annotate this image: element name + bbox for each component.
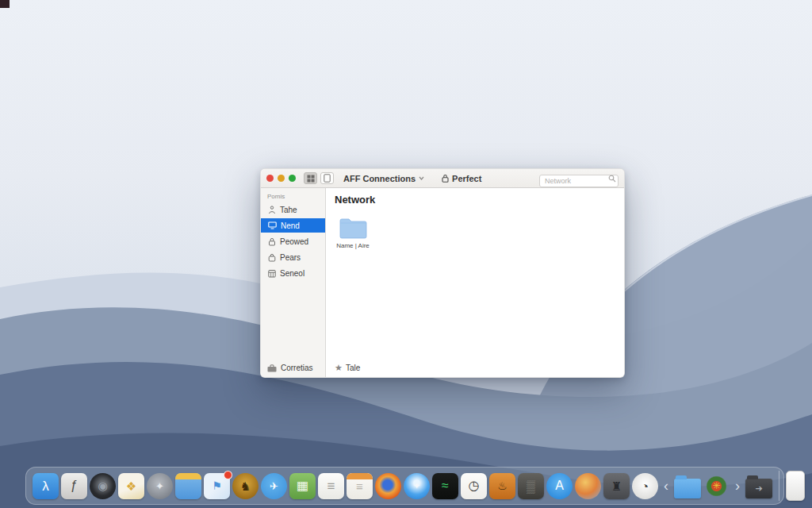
- sidebar-item-seneol[interactable]: Seneol: [261, 266, 325, 280]
- folder-tab: [676, 475, 687, 479]
- app-icon-safari[interactable]: ✦: [404, 473, 430, 499]
- sidebar-footer-label: Corretias: [281, 364, 313, 372]
- content-footer-button[interactable]: ★ Tale: [335, 364, 360, 372]
- window-body: Pomis Tahe Nend Pe: [261, 188, 624, 377]
- search-icon: [608, 175, 616, 183]
- proxy-label: Perfect: [452, 174, 481, 183]
- person-icon: [268, 206, 276, 214]
- chevron-left-icon[interactable]: ‹: [661, 473, 672, 499]
- app-icon-safari-glyph: ✦: [412, 481, 420, 491]
- star-icon: ★: [335, 364, 343, 372]
- chevron-left-icon-glyph: ‹: [664, 479, 668, 493]
- calendar-icon: [268, 269, 276, 278]
- sidebar: Pomis Tahe Nend Pe: [261, 188, 326, 377]
- briefcase-icon: [267, 364, 277, 372]
- dock: λƒ◉❖✦⚑♞✈▦≡≡✦≈◷♨▒A♜◔‹✳›➔: [25, 467, 784, 505]
- app-icon-activity-wave-glyph: ≈: [442, 479, 449, 492]
- app-icon-stopwatch[interactable]: ◔: [632, 473, 658, 499]
- app-icon-clock-doodle-glyph: ◷: [469, 479, 480, 492]
- app-icon-app-store-glyph: A: [555, 479, 564, 492]
- proxy-document-button[interactable]: [320, 172, 334, 184]
- app-icon-activity-wave[interactable]: ≈: [432, 473, 458, 499]
- search-field-wrap: [539, 172, 619, 185]
- file-label: Name | Aire: [336, 242, 370, 249]
- sidebar-item-nend[interactable]: Nend: [261, 218, 325, 233]
- app-icon-window-panel[interactable]: [175, 473, 201, 499]
- app-icon-orange-lamp[interactable]: ♨: [489, 473, 515, 499]
- close-button[interactable]: [266, 175, 274, 182]
- app-icon-text-document-glyph: ≡: [327, 479, 335, 493]
- minimize-button[interactable]: [278, 175, 285, 182]
- proxy-label-group: Perfect: [442, 174, 481, 183]
- app-icon-blue-bird[interactable]: ✈: [261, 473, 287, 499]
- notification-badge: [224, 471, 232, 479]
- sidebar-item-label: Pears: [280, 253, 301, 262]
- app-icon-clock-doodle[interactable]: ◷: [461, 473, 487, 499]
- app-icon-green-collage[interactable]: ▦: [289, 473, 316, 499]
- chevron-down-icon: [419, 176, 424, 180]
- app-icon-notes[interactable]: ≡: [347, 473, 373, 499]
- lock-icon: [268, 237, 276, 246]
- app-icon-starburst-glyph: ✳: [712, 481, 720, 491]
- app-icon-starburst[interactable]: ✳: [703, 473, 730, 499]
- app-icon-firefox[interactable]: [375, 473, 401, 499]
- app-icon-window-panel-topbar: [175, 473, 201, 479]
- app-icon-stickies[interactable]: ❖: [118, 473, 144, 499]
- zoom-button[interactable]: [289, 175, 296, 182]
- chevron-right-icon[interactable]: ›: [732, 473, 743, 499]
- app-icon-blue-lambda-glyph: λ: [42, 479, 49, 493]
- sidebar-item-label: Seneol: [280, 269, 304, 278]
- folder-tab: [747, 475, 758, 479]
- content-area: Network Name | Aire ★ Tale: [326, 188, 624, 377]
- window-title: AFF Connections: [343, 174, 416, 183]
- trash-device-icon[interactable]: [786, 471, 805, 501]
- sidebar-item-peowed[interactable]: Peowed: [261, 234, 325, 248]
- search-input[interactable]: [539, 175, 619, 187]
- app-icon-dark-collage[interactable]: ▒: [518, 473, 544, 499]
- chevron-right-icon-glyph: ›: [735, 479, 740, 493]
- app-icon-gray-compass[interactable]: ✦: [147, 473, 173, 499]
- app-icon-blue-lambda[interactable]: λ: [33, 473, 59, 499]
- app-icon-text-document[interactable]: ≡: [318, 473, 344, 499]
- folder-icon: [339, 216, 368, 240]
- app-icon-gray-robot[interactable]: ♜: [603, 473, 630, 499]
- app-icon-silver-glyph[interactable]: ƒ: [61, 473, 87, 499]
- app-icon-gray-compass-glyph: ✦: [155, 481, 164, 491]
- app-icon-notes-topbar: [347, 473, 373, 479]
- app-icon-dark-collage-glyph: ▒: [527, 480, 535, 492]
- content-footer-label: Tale: [346, 364, 360, 372]
- sidebar-footer-button[interactable]: Corretias: [267, 364, 313, 372]
- app-icon-stickies-glyph: ❖: [126, 480, 136, 492]
- sidebar-header: Pomis: [267, 193, 325, 200]
- app-icon-green-collage-glyph: ▦: [297, 479, 308, 492]
- sidebar-item-label: Tahe: [280, 206, 297, 214]
- display-icon: [268, 221, 277, 229]
- bag-icon: [268, 253, 276, 262]
- app-icon-gold-crest-glyph: ♞: [240, 480, 251, 492]
- lock-icon: [442, 174, 449, 183]
- sidebar-item-pears[interactable]: Pears: [261, 250, 325, 264]
- corner-artifact: [0, 0, 10, 8]
- document-icon: [324, 174, 331, 183]
- sidebar-item-tahe[interactable]: Tahe: [261, 202, 325, 217]
- sidebar-item-label: Peowed: [280, 237, 308, 246]
- dock-folder-blue[interactable]: [674, 479, 701, 498]
- dock-folder-dark[interactable]: ➔: [745, 479, 772, 498]
- app-icon-gold-crest[interactable]: ♞: [232, 473, 259, 499]
- app-icon-weather-sphere[interactable]: [575, 473, 601, 499]
- app-icon-app-store[interactable]: A: [546, 473, 573, 499]
- app-icon-maps[interactable]: ⚑: [204, 473, 230, 499]
- network-folder-item[interactable]: Name | Aire: [335, 216, 371, 249]
- app-icon-notes-glyph: ≡: [356, 480, 363, 492]
- app-icon-blue-bird-glyph: ✈: [270, 481, 278, 491]
- window-titlebar: AFF Connections Perfect: [261, 169, 624, 188]
- app-icon-camera-lens[interactable]: ◉: [90, 473, 116, 499]
- app-icon-silver-glyph-glyph: ƒ: [71, 479, 78, 492]
- view-grid-button[interactable]: [304, 172, 317, 184]
- finder-window: AFF Connections Perfect Pomis: [260, 168, 625, 378]
- grid-view-icon: [307, 175, 315, 183]
- dock-folder-dark-glyph: ➔: [755, 484, 762, 493]
- window-title-menu[interactable]: AFF Connections: [343, 174, 424, 183]
- app-icon-gray-robot-glyph: ♜: [611, 480, 622, 492]
- traffic-lights: [266, 175, 296, 182]
